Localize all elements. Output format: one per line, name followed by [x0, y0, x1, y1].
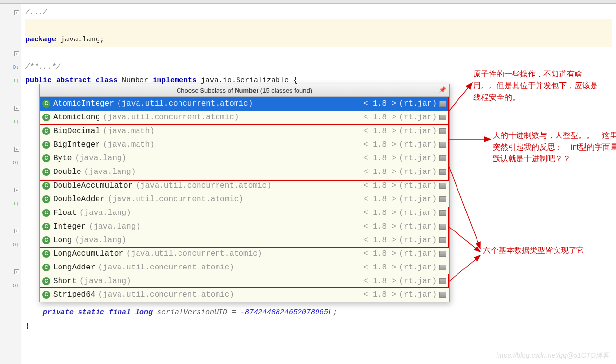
jar-icon [439, 265, 446, 270]
class-version: < 1.8 > [363, 168, 396, 176]
watermark: https://blog.csdn.net/qq@51CTO博客 [496, 351, 609, 360]
annotation-text: 六个基本数据类型皆实现了它 [483, 245, 610, 256]
class-name: AtomicInteger [53, 99, 114, 108]
subclass-item[interactable]: CFloat (java.lang)< 1.8 > (rt.jar) [40, 206, 449, 220]
class-jar: (rt.jar) [399, 127, 437, 135]
subclass-item[interactable]: CByte (java.lang)< 1.8 > (rt.jar) [40, 152, 449, 165]
fold-icon[interactable]: + [14, 10, 19, 15]
class-icon: C [42, 141, 50, 149]
subclass-item[interactable]: CAtomicInteger (java.util.concurrent.ato… [40, 97, 449, 111]
code-line [25, 47, 612, 60]
jar-icon [439, 224, 446, 230]
class-version: < 1.8 > [363, 127, 396, 135]
class-version: < 1.8 > [363, 249, 396, 258]
class-package: (java.util.concurrent.atomic) [108, 195, 243, 204]
class-name: Striped64 [53, 290, 95, 299]
fold-icon[interactable]: + [14, 147, 19, 152]
subclass-item[interactable]: CLongAccumulator (java.util.concurrent.a… [40, 247, 449, 261]
class-package: (java.util.concurrent.atomic) [117, 99, 253, 108]
class-icon: C [42, 291, 50, 299]
class-version: < 1.8 > [363, 99, 396, 108]
class-version: < 1.8 > [363, 290, 396, 299]
class-version: < 1.8 > [363, 236, 396, 245]
class-version: < 1.8 > [363, 263, 396, 272]
pin-icon[interactable]: 📌 [439, 86, 446, 93]
subclass-item[interactable]: CDouble (java.lang)< 1.8 > (rt.jar) [40, 165, 449, 179]
popup-list: CAtomicInteger (java.util.concurrent.ato… [40, 97, 449, 302]
class-icon: C [42, 100, 50, 108]
class-name: Long [53, 236, 72, 245]
jar-icon [439, 196, 446, 202]
class-icon: C [42, 277, 50, 285]
subclass-chooser-popup: Choose Subclass of Number (15 classes fo… [39, 84, 450, 302]
class-name: LongAccumulator [53, 249, 123, 258]
subclass-item[interactable]: CLong (java.lang)< 1.8 > (rt.jar) [40, 233, 449, 247]
class-version: < 1.8 > [363, 113, 396, 122]
class-version: < 1.8 > [363, 209, 396, 217]
class-jar: (rt.jar) [399, 168, 437, 176]
editor-gutter[interactable]: + + O↓ I↓ + I↓ + O↓ + I↓ + O↓ + O↓ [0, 4, 21, 364]
jar-icon [439, 237, 446, 243]
class-name: Float [53, 209, 77, 217]
override-marker-icon[interactable]: O↓ [13, 160, 19, 166]
class-icon: C [42, 195, 50, 203]
class-jar: (rt.jar) [399, 209, 437, 217]
subclass-item[interactable]: CAtomicLong (java.util.concurrent.atomic… [40, 111, 449, 124]
override-marker-icon[interactable]: O↓ [13, 242, 19, 248]
fold-icon[interactable]: + [14, 51, 19, 56]
implements-marker-icon[interactable]: I↓ [13, 201, 19, 207]
class-name: DoubleAccumulator [53, 181, 133, 190]
popup-title: Choose Subclass of Number (15 classes fo… [40, 84, 449, 97]
override-marker-icon[interactable]: O↓ [13, 64, 19, 70]
class-version: < 1.8 > [363, 140, 396, 149]
subclass-item[interactable]: CShort (java.lang)< 1.8 > (rt.jar) [40, 274, 449, 288]
subclass-item[interactable]: CBigInteger (java.math)< 1.8 > (rt.jar) [40, 138, 449, 152]
class-name: AtomicLong [53, 113, 100, 122]
jar-icon [439, 278, 446, 284]
override-marker-icon[interactable]: O↓ [13, 283, 19, 288]
code-line: /.../ [25, 6, 612, 19]
fold-icon[interactable]: + [14, 106, 19, 111]
class-version: < 1.8 > [363, 154, 396, 163]
class-icon: C [42, 114, 50, 121]
class-package: (java.math) [103, 140, 155, 149]
annotation-text: 大的十进制数与，大整型。。 这里突然引起我的反思： int型的字面量默认就是十进… [493, 130, 616, 165]
subclass-item[interactable]: CBigDecimal (java.math)< 1.8 > (rt.jar) [40, 124, 449, 138]
class-package: (java.lang) [89, 222, 140, 231]
implements-marker-icon[interactable]: I↓ [13, 78, 19, 84]
class-jar: (rt.jar) [399, 113, 437, 122]
subclass-item[interactable]: CStriped64 (java.util.concurrent.atomic)… [40, 288, 449, 302]
class-version: < 1.8 > [363, 181, 396, 190]
class-name: Short [53, 277, 77, 286]
class-package: (java.util.concurrent.atomic) [103, 113, 238, 122]
code-line: package java.lang; [25, 33, 612, 47]
class-name: Byte [53, 154, 72, 163]
class-icon: C [42, 236, 50, 244]
implements-marker-icon[interactable]: I↓ [13, 119, 19, 125]
class-jar: (rt.jar) [399, 181, 437, 190]
editor-tabs-bar[interactable] [0, 0, 616, 4]
class-jar: (rt.jar) [399, 249, 437, 258]
class-jar: (rt.jar) [399, 277, 437, 286]
fold-icon[interactable]: + [14, 229, 19, 233]
subclass-item[interactable]: CLongAdder (java.util.concurrent.atomic)… [40, 261, 449, 274]
class-name: BigDecimal [53, 127, 100, 135]
subclass-item[interactable]: CDoubleAccumulator (java.util.concurrent… [40, 179, 449, 192]
fold-icon[interactable]: + [14, 188, 19, 192]
jar-icon [439, 183, 446, 189]
class-version: < 1.8 > [363, 277, 396, 286]
class-jar: (rt.jar) [399, 195, 437, 204]
class-icon: C [42, 127, 50, 135]
class-name: LongAdder [53, 263, 95, 272]
fold-icon[interactable]: + [14, 269, 19, 274]
subclass-item[interactable]: CInteger (java.lang)< 1.8 > (rt.jar) [40, 220, 449, 233]
class-package: (java.math) [103, 127, 155, 135]
class-version: < 1.8 > [363, 222, 396, 231]
class-package: (java.lang) [84, 168, 136, 176]
code-line [25, 19, 612, 33]
code-line: } [25, 320, 612, 333]
subclass-item[interactable]: CDoubleAdder (java.util.concurrent.atomi… [40, 192, 449, 206]
jar-icon [439, 292, 446, 298]
jar-icon [439, 101, 446, 107]
annotation-text: 原子性的一些操作，不知道有啥用。。但是其位于并发包下，应该是线程安全的。 [473, 68, 600, 103]
